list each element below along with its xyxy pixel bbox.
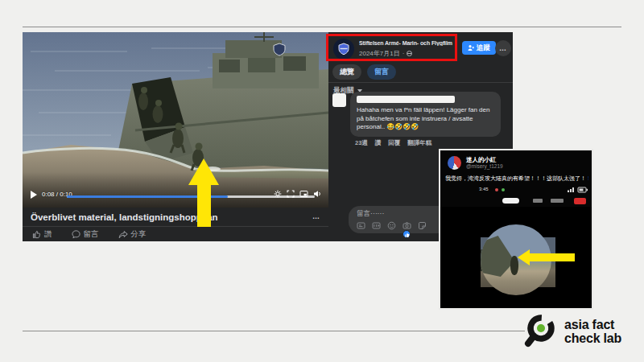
sticker-icon[interactable] xyxy=(418,221,427,230)
video-action-bar: 讚 留言 分享 xyxy=(23,226,328,241)
gif-icon[interactable] xyxy=(372,221,381,230)
tab-comments[interactable]: 留言 xyxy=(367,64,396,80)
follow-label: 追蹤 xyxy=(477,43,490,53)
annotation-arrow-up-shaft xyxy=(197,183,211,227)
record-dot-icon xyxy=(495,188,498,191)
comment-meta: 23週 讚 回覆 翻譯年糕 xyxy=(355,139,431,147)
like-reaction-icon xyxy=(402,230,411,238)
repost-media xyxy=(440,207,592,308)
comment-age: 23週 xyxy=(355,139,368,147)
repost-screenshot: 迷人的小紅 @misery_t1219 我觉得，湾湾反攻大陆真的有希望！！！这部… xyxy=(439,149,593,310)
battery-icon xyxy=(578,187,588,192)
comment-button[interactable]: 留言 xyxy=(72,229,99,240)
post-more-button[interactable]: … xyxy=(495,40,511,56)
comment-like-button[interactable]: 讚 xyxy=(375,139,382,147)
comment-reply-button[interactable]: 回覆 xyxy=(388,139,400,147)
signal-icon xyxy=(568,187,575,192)
boat-emblem-icon xyxy=(274,43,285,56)
brand-line2: check lab xyxy=(564,331,621,345)
more-icon: … xyxy=(499,45,507,52)
camera-icon[interactable] xyxy=(402,221,411,230)
settings-icon[interactable] xyxy=(274,190,282,198)
annotation-red-box xyxy=(326,34,457,61)
video-title: Överblivet material, landstigningshoppsa… xyxy=(31,212,312,222)
afcl-logo: asia fact check lab xyxy=(523,312,621,351)
like-label: 讚 xyxy=(44,229,52,240)
top-divider xyxy=(23,27,621,27)
magnifier-icon xyxy=(523,312,560,351)
annotation-arrow-up xyxy=(188,158,219,185)
video-title-bar: Överblivet material, landstigningshoppsa… xyxy=(23,208,328,226)
follow-icon xyxy=(468,44,474,51)
tab-overview[interactable]: 總覽 xyxy=(332,64,361,80)
stat-blur xyxy=(533,199,543,203)
stat-blur xyxy=(551,199,564,203)
comment-bubble: Hahaha men va f*n fäll läppen! Lägger fa… xyxy=(350,92,501,137)
play-button[interactable] xyxy=(31,191,37,199)
comment-label: 留言 xyxy=(84,229,99,240)
fact-check-image: 0:08 / 0:10 xyxy=(0,0,644,362)
comment-author-blurred xyxy=(357,96,455,103)
repost-avatar xyxy=(448,156,461,170)
green-dot-icon xyxy=(502,188,505,191)
fullscreen-icon[interactable] xyxy=(287,190,295,198)
green-dot xyxy=(537,324,545,332)
repost-button-row xyxy=(440,196,592,206)
brand-line1: asia fact xyxy=(564,318,621,331)
comment-translate-button[interactable]: 翻譯年糕 xyxy=(407,139,431,147)
comment-icon xyxy=(72,230,80,239)
share-button[interactable]: 分享 xyxy=(118,229,147,240)
bottom-divider xyxy=(23,331,525,331)
panel-divider xyxy=(328,82,513,83)
share-icon xyxy=(118,230,128,239)
repost-text: 我觉得，湾湾反攻大陆真的有希望！！！这部队太强了！！！ xyxy=(445,175,588,183)
share-label: 分享 xyxy=(131,229,147,240)
emoji-icon[interactable] xyxy=(387,221,396,230)
follow-button[interactable]: 追蹤 xyxy=(462,41,496,55)
live-badge xyxy=(574,198,586,204)
avatar-sticker-icon[interactable] xyxy=(357,221,365,230)
pip-icon[interactable] xyxy=(299,190,308,198)
volume-icon[interactable] xyxy=(313,190,322,198)
post-tabs: 總覽 留言 xyxy=(332,64,396,80)
annotation-arrow-left-shaft xyxy=(528,253,575,261)
comment-avatar-blurred xyxy=(332,93,346,107)
video-more-button[interactable]: … xyxy=(312,213,320,220)
repost-status-bar: 3:45 xyxy=(440,186,592,194)
repost-handle: @misery_t1219 xyxy=(466,163,503,169)
video-player[interactable]: 0:08 / 0:10 xyxy=(23,32,328,208)
pill-button[interactable] xyxy=(502,198,519,204)
like-button[interactable]: 讚 xyxy=(32,229,52,240)
thumb-up-icon xyxy=(32,230,41,239)
comment-text: Hahaha men va f*n fäll läppen! Lägger fa… xyxy=(357,106,494,132)
status-time: 3:45 xyxy=(479,187,489,191)
